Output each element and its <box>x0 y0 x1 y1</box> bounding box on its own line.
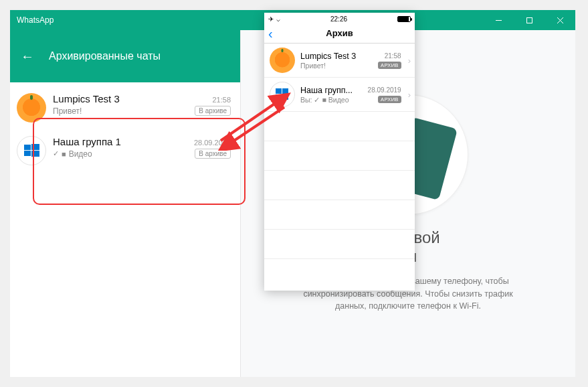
chat-name: Наша группа 1 <box>53 136 121 147</box>
chat-preview: ✓ ■ Видео <box>53 149 92 159</box>
window-minimize-button[interactable] <box>483 10 514 30</box>
ios-clock: 22:26 <box>330 15 347 23</box>
ios-archive-badge: АРХИВ <box>378 62 401 69</box>
ios-nav-bar: ‹ Архив <box>264 23 415 44</box>
ios-empty-row <box>264 171 415 200</box>
ios-empty-row <box>264 141 415 171</box>
avatar-windows-icon <box>270 82 295 107</box>
avatar-windows-icon <box>17 136 46 165</box>
ios-chat-time: 28.09.2019 <box>368 86 401 94</box>
chevron-right-icon: › <box>408 56 411 66</box>
battery-icon <box>397 16 411 22</box>
back-arrow-icon[interactable]: ← <box>21 49 34 64</box>
window-close-button[interactable] <box>545 10 575 30</box>
video-icon: ■ <box>322 96 326 104</box>
avatar-orange-icon <box>270 48 295 73</box>
archive-badge: В архиве <box>195 149 231 159</box>
chat-item[interactable]: Lumpics Test 3 21:58 Привет! В архиве <box>10 86 240 129</box>
chat-item[interactable]: Наша группа 1 28.09.2019 ✓ ■ Видео В арх… <box>10 129 240 172</box>
archived-header: ← Архивированные чаты <box>10 30 240 82</box>
svg-rect-1 <box>526 17 532 23</box>
ios-back-button[interactable]: ‹ <box>268 27 273 40</box>
airplane-icon: ✈ <box>268 15 274 23</box>
delivered-tick-icon: ✓ <box>314 96 320 104</box>
ios-chat-preview: Вы: ✓ ■ Видео <box>300 96 363 104</box>
ios-chat-row[interactable]: Наша групп... Вы: ✓ ■ Видео 28.09.2019 А… <box>264 78 415 112</box>
archived-title: Архивированные чаты <box>49 50 161 62</box>
chevron-right-icon: › <box>408 90 411 100</box>
window-maximize-button[interactable] <box>514 10 545 30</box>
ios-chat-preview: Привет! <box>300 62 373 70</box>
video-icon: ■ <box>62 150 66 158</box>
iphone-overlay: ✈⌵ 22:26 ‹ Архив Lumpics Test 3 Привет! … <box>264 13 415 291</box>
avatar-orange-icon <box>17 93 46 123</box>
ios-archive-badge: АРХИВ <box>378 96 401 103</box>
ios-chat-row[interactable]: Lumpics Test 3 Привет! 21:58 АРХИВ › <box>264 44 415 78</box>
chat-name: Lumpics Test 3 <box>53 93 120 104</box>
chat-time: 21:58 <box>212 96 231 104</box>
left-panel: ← Архивированные чаты Lumpics Test 3 21:… <box>10 30 241 377</box>
archive-badge: В архиве <box>195 106 231 116</box>
ios-chat-time: 21:58 <box>385 52 401 60</box>
chat-list: Lumpics Test 3 21:58 Привет! В архиве <box>10 82 240 172</box>
chat-time: 28.09.2019 <box>194 139 231 147</box>
ios-empty-row <box>264 112 415 141</box>
ios-chat-name: Lumpics Test 3 <box>300 52 367 61</box>
ios-empty-row <box>264 200 415 230</box>
ios-empty-row <box>264 230 415 259</box>
chat-preview: Привет! <box>53 106 82 116</box>
ios-chat-name: Наша групп... <box>300 86 363 95</box>
ios-status-bar: ✈⌵ 22:26 <box>264 13 415 23</box>
wifi-icon: ⌵ <box>276 15 280 23</box>
ios-nav-title: Архив <box>326 28 353 38</box>
delivered-tick-icon: ✓ <box>53 149 59 158</box>
